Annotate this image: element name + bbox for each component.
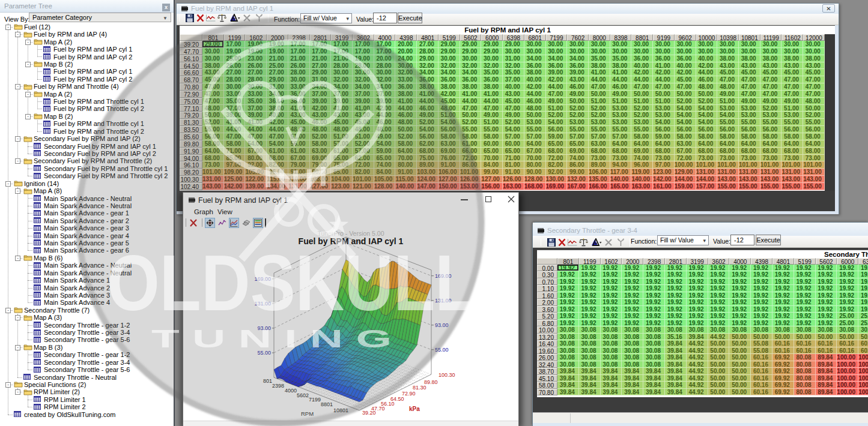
svg-text:801: 801 [263,378,272,384]
svg-text:93.00: 93.00 [435,322,449,328]
svg-text:64.50: 64.50 [390,396,404,402]
svg-text:RPM: RPM [301,410,314,417]
svg-text:169.00: 169.00 [435,273,452,279]
svg-text:89.80: 89.80 [424,379,438,385]
svg-text:169.00: 169.00 [254,276,271,282]
svg-text:kPa: kPa [409,406,420,412]
svg-text:7199: 7199 [309,397,321,403]
svg-text:93.00: 93.00 [257,325,271,331]
svg-text:5602: 5602 [297,392,309,398]
svg-text:81.30: 81.30 [413,385,426,391]
svg-text:72.90: 72.90 [402,391,416,397]
svg-text:100.30: 100.30 [439,372,455,378]
svg-text:8801: 8801 [321,401,333,407]
svg-text:55.00: 55.00 [435,347,449,353]
svg-text:55.00: 55.00 [257,350,271,356]
svg-text:131.00: 131.00 [254,301,271,307]
svg-text:10801: 10801 [333,407,348,413]
svg-text:4000: 4000 [285,388,297,394]
svg-text:2398: 2398 [272,383,284,389]
svg-text:131.00: 131.00 [435,298,452,304]
